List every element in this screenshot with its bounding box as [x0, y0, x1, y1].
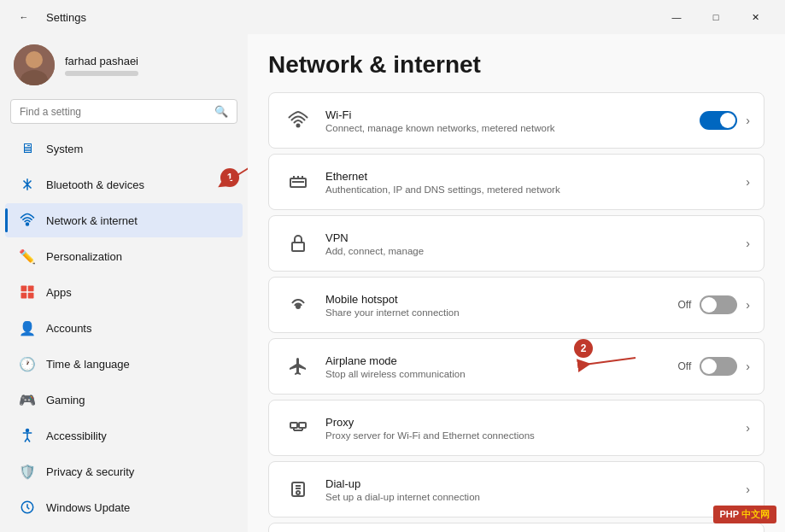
setting-item-ethernet[interactable]: Ethernet Authentication, IP and DNS sett…: [268, 154, 764, 210]
wifi-title: Wi-Fi: [325, 108, 700, 121]
nav-wrapper-network: Network & internet: [0, 202, 248, 238]
svg-point-14: [296, 305, 300, 308]
wifi-toggle[interactable]: [700, 111, 737, 130]
personalization-icon: ✏️: [19, 248, 36, 265]
user-name: farhad pashaei: [65, 55, 138, 67]
hotspot-right: Off ›: [678, 295, 750, 314]
sidebar-item-network[interactable]: Network & internet: [5, 203, 243, 237]
nav-wrapper-time: 🕐 Time & language: [0, 346, 248, 382]
nav-wrapper-privacy: 🛡️ Privacy & security: [0, 453, 248, 489]
sidebar-item-label-bluetooth: Bluetooth & devices: [46, 178, 144, 191]
ethernet-text: Ethernet Authentication, IP and DNS sett…: [325, 170, 746, 195]
sidebar-item-accounts[interactable]: 👤 Accounts: [5, 311, 243, 345]
svg-rect-5: [21, 286, 27, 292]
nav-wrapper-bluetooth: Bluetooth & devices 1: [0, 167, 248, 202]
proxy-title: Proxy: [325, 416, 746, 429]
windows-update-icon: [19, 499, 36, 516]
back-button[interactable]: ←: [10, 3, 38, 31]
hotspot-title: Mobile hotspot: [325, 293, 678, 306]
nav-wrapper-gaming: 🎮 Gaming: [0, 382, 248, 418]
vpn-right: ›: [746, 237, 750, 250]
privacy-icon: 🛡️: [19, 463, 36, 480]
airplane-right: Off ›: [678, 357, 750, 376]
sidebar-item-label-gaming: Gaming: [46, 394, 85, 406]
nav-wrapper-accounts: 👤 Accounts: [0, 310, 248, 346]
ethernet-icon: [283, 167, 313, 197]
search-box[interactable]: 🔍: [10, 99, 237, 124]
sidebar-item-label-system: System: [46, 143, 83, 155]
dialup-chevron: ›: [746, 482, 750, 496]
hotspot-toggle[interactable]: [700, 295, 737, 314]
wifi-right: ›: [700, 111, 750, 130]
badge-bluetooth: 1: [220, 168, 239, 187]
time-icon: 🕐: [19, 355, 36, 372]
minimize-button[interactable]: —: [657, 3, 696, 31]
main-content: Network & internet Wi-Fi Conne: [248, 34, 785, 532]
dialup-right: ›: [746, 482, 750, 496]
svg-rect-13: [292, 243, 304, 251]
nav-wrapper-windows-update: Windows Update: [0, 489, 248, 525]
system-icon: 🖥: [19, 140, 36, 157]
proxy-right: ›: [746, 421, 750, 435]
close-button[interactable]: ✕: [735, 3, 775, 31]
maximize-button[interactable]: □: [696, 3, 735, 31]
proxy-chevron: ›: [746, 421, 750, 435]
nav-wrapper-personalization: ✏️ Personalization: [0, 238, 248, 274]
hotspot-toggle-label: Off: [678, 299, 692, 311]
sidebar-item-system[interactable]: 🖥 System: [5, 132, 243, 166]
proxy-desc: Proxy server for Wi-Fi and Ethernet conn…: [325, 430, 746, 441]
sidebar-item-label-time: Time & language: [46, 358, 130, 371]
setting-item-dialup[interactable]: Dial-up Set up a dial-up internet connec…: [268, 461, 764, 517]
gaming-icon: 🎮: [19, 391, 36, 408]
sidebar-item-label-windows-update: Windows Update: [46, 501, 130, 514]
dialup-text: Dial-up Set up a dial-up internet connec…: [325, 477, 746, 502]
ethernet-chevron: ›: [746, 175, 750, 189]
setting-item-wifi[interactable]: Wi-Fi Connect, manage known networks, me…: [268, 92, 764, 149]
svg-rect-7: [21, 293, 27, 299]
titlebar-controls: — □ ✕: [657, 3, 775, 31]
sidebar-item-label-personalization: Personalization: [46, 250, 122, 263]
wifi-text: Wi-Fi Connect, manage known networks, me…: [325, 108, 700, 133]
nav-wrapper-accessibility: Accessibility: [0, 418, 248, 453]
apps-icon: [19, 284, 36, 301]
content-area: farhad pashaei 🔍 🖥 System: [0, 34, 785, 532]
ethernet-desc: Authentication, IP and DNS settings, met…: [325, 184, 746, 195]
wifi-icon: [283, 105, 313, 136]
setting-item-advanced[interactable]: Advanced network settings View all netwo…: [268, 523, 764, 532]
hotspot-chevron: ›: [746, 298, 750, 312]
setting-item-proxy[interactable]: Proxy Proxy server for Wi-Fi and Etherne…: [268, 400, 764, 456]
sidebar-item-label-accessibility: Accessibility: [46, 430, 107, 442]
sidebar-item-label-network: Network & internet: [46, 214, 138, 227]
wifi-chevron: ›: [746, 114, 750, 127]
svg-point-11: [297, 125, 300, 127]
setting-item-airplane[interactable]: Airplane mode Stop all wireless communic…: [268, 338, 764, 395]
svg-rect-8: [28, 293, 34, 299]
sidebar-item-windows-update[interactable]: Windows Update: [5, 490, 243, 524]
sidebar-item-personalization[interactable]: ✏️ Personalization: [5, 239, 243, 273]
airplane-icon: [283, 351, 313, 382]
sidebar-item-apps[interactable]: Apps: [5, 275, 243, 309]
watermark: PHP 中文网: [713, 506, 776, 523]
vpn-icon: [283, 228, 313, 259]
sidebar-item-time[interactable]: 🕐 Time & language: [5, 347, 243, 381]
svg-rect-17: [299, 423, 306, 428]
search-icon: 🔍: [214, 105, 228, 118]
bluetooth-icon: [19, 176, 36, 193]
sidebar-item-bluetooth[interactable]: Bluetooth & devices: [5, 167, 243, 202]
sidebar-item-label-accounts: Accounts: [46, 322, 91, 335]
user-info-bar: [65, 71, 138, 76]
setting-item-vpn[interactable]: VPN Add, connect, manage ›: [268, 215, 764, 272]
avatar-image: [14, 44, 55, 85]
sidebar-item-accessibility[interactable]: Accessibility: [5, 418, 243, 453]
setting-item-hotspot[interactable]: Mobile hotspot Share your internet conne…: [268, 277, 764, 333]
wifi-desc: Connect, manage known networks, metered …: [325, 123, 700, 133]
user-section[interactable]: farhad pashaei: [0, 34, 248, 96]
dialup-desc: Set up a dial-up internet connection: [325, 492, 746, 502]
search-input[interactable]: [20, 106, 208, 118]
proxy-text: Proxy Proxy server for Wi-Fi and Etherne…: [325, 416, 746, 441]
accessibility-icon: [19, 427, 36, 444]
sidebar-item-gaming[interactable]: 🎮 Gaming: [5, 383, 243, 417]
airplane-toggle[interactable]: [700, 357, 737, 376]
sidebar-item-privacy[interactable]: 🛡️ Privacy & security: [5, 454, 243, 488]
accounts-icon: 👤: [19, 319, 36, 336]
